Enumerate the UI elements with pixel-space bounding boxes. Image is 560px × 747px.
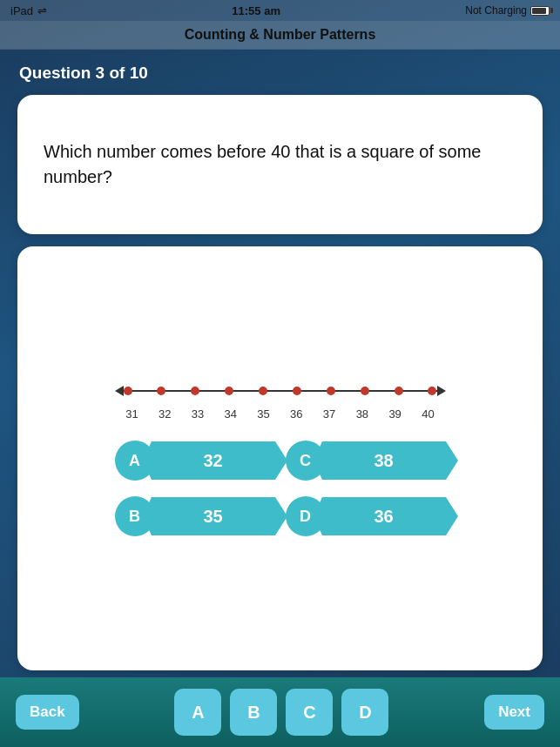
nl-dots [124,387,437,395]
nl-label: 32 [156,407,173,421]
option-row[interactable]: B 35 [115,494,275,539]
nl-arrow-right [437,386,446,396]
nl-dot [327,387,335,395]
nl-dot [124,387,132,395]
nl-dot [293,387,301,395]
main-content: Question 3 of 10 Which number comes befo… [0,50,560,677]
option-value: 38 [322,441,446,480]
option-row[interactable]: C 38 [286,438,446,483]
toolbar-choice-c[interactable]: C [286,689,333,736]
nl-dot [191,387,199,395]
nl-label: 33 [189,407,206,421]
nl-dot [157,387,165,395]
question-card: Which number comes before 40 that is a s… [17,95,543,234]
option-letter: D [286,496,326,536]
status-battery: Not Charging [465,4,550,17]
nl-dot [395,387,403,395]
back-button[interactable]: Back [16,695,79,730]
nl-arrow-left [115,386,124,396]
wifi-icon: ⇌ [37,4,47,17]
number-line-container: 31323334353637383940 [44,378,516,421]
nav-title: Counting & Number Patterns [185,27,376,42]
nav-bar: Counting & Number Patterns [0,21,560,50]
nl-dot [225,387,233,395]
status-time: 11:55 am [232,4,280,17]
nl-dot [428,387,436,395]
nl-labels: 31323334353637383940 [115,407,446,421]
nl-dot [361,387,369,395]
nl-label: 40 [419,407,436,421]
nl-label: 38 [354,407,371,421]
number-line [115,378,446,404]
option-letter: B [115,496,155,536]
next-button[interactable]: Next [484,695,544,730]
option-value: 36 [322,497,446,535]
toolbar-choice-b[interactable]: B [230,689,277,736]
toolbar: Back ABCD Next [0,677,560,747]
nl-label: 36 [287,407,305,421]
nl-label: 39 [387,407,404,421]
status-bar: iPad ⇌ 11:55 am Not Charging [0,0,560,21]
battery-icon [530,6,550,16]
option-letter: A [115,441,155,481]
nl-label: 37 [320,407,338,421]
option-letter: C [286,441,326,481]
toolbar-choice-d[interactable]: D [341,689,388,736]
options-grid: A 32 C 38 B 35 D 36 [115,438,446,539]
nl-dot [259,387,267,395]
question-header: Question 3 of 10 [17,64,543,83]
option-value: 32 [152,441,275,480]
toolbar-choice-a[interactable]: A [174,689,221,736]
option-value: 35 [152,497,275,535]
answer-card: 31323334353637383940 A 32 C 38 B 35 D 36 [17,246,543,670]
nl-label: 35 [255,407,273,421]
nl-label: 31 [124,407,141,421]
nl-label: 34 [222,407,240,421]
option-row[interactable]: A 32 [115,438,275,483]
option-row[interactable]: D 36 [286,494,446,539]
question-text: Which number comes before 40 that is a s… [44,139,516,190]
toolbar-choices: ABCD [174,689,388,736]
status-device: iPad ⇌ [10,4,47,17]
